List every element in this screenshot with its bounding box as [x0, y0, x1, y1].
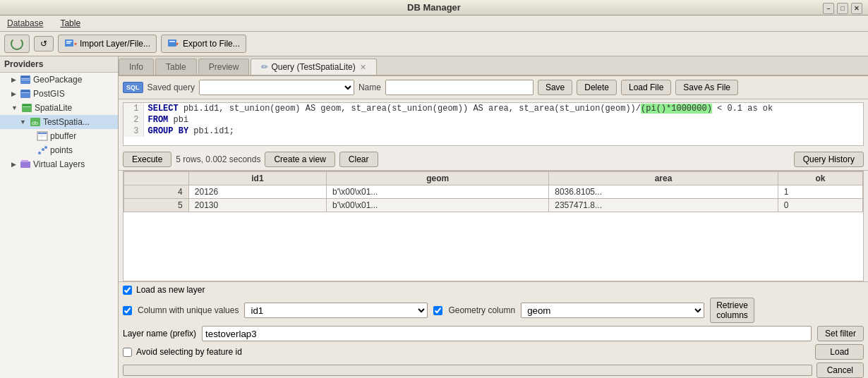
pbuffer-label: pbuffer [50, 131, 76, 141]
svg-text:db: db [32, 120, 38, 126]
geometry-column-select[interactable]: geom [521, 303, 704, 318]
execute-bar: Execute 5 rows, 0.002 seconds Create a v… [119, 149, 868, 171]
load-button[interactable]: Load [815, 344, 864, 360]
refresh-button[interactable] [4, 35, 30, 53]
sidebar-item-spatialite[interactable]: ▼ SpatiaLite [0, 101, 118, 115]
bottom-options: Load as new layer Column with unique val… [119, 281, 868, 378]
postgis-icon [20, 88, 31, 99]
sidebar-item-geopackage[interactable]: ▶ GeoPackage [0, 73, 118, 87]
sidebar-item-postgis[interactable]: ▶ PostGIS [0, 87, 118, 101]
menu-bar: Database Table [0, 16, 868, 32]
load-as-new-layer-checkbox[interactable] [123, 286, 132, 295]
spatialite-label: SpatiaLite [35, 103, 72, 113]
tab-preview[interactable]: Preview [198, 59, 250, 75]
column-unique-select[interactable]: id1 [244, 303, 428, 318]
svg-rect-12 [21, 90, 30, 92]
clear-button[interactable]: Clear [339, 152, 378, 167]
svg-rect-1 [66, 41, 72, 42]
save-as-file-button[interactable]: Save As File [675, 80, 738, 95]
cell-geom-1: b'\x00\x01... [327, 185, 549, 199]
import-label: Import Layer/File... [80, 39, 150, 49]
layer-name-row: Layer name (prefix) Set filter [123, 326, 864, 341]
tab-close-icon[interactable]: ✕ [360, 63, 366, 71]
window-controls: – □ ✕ [823, 3, 862, 14]
testspatia-label: TestSpatia... [43, 117, 90, 127]
results-area[interactable]: id1 geom area ok 4 20126 b'\x00\x01... 8… [123, 171, 864, 281]
cell-area-1: 8036.8105... [549, 185, 778, 199]
query-name-input[interactable] [385, 80, 534, 95]
delete-query-button[interactable]: Delete [577, 80, 617, 95]
close-button[interactable]: ✕ [851, 3, 862, 14]
cell-geom-2: b'\x00\x01... [327, 199, 549, 212]
layer-name-label: Layer name (prefix) [123, 329, 196, 339]
svg-rect-4 [168, 39, 176, 47]
tab-table[interactable]: Table [155, 59, 197, 75]
expand-test-icon: ▼ [20, 118, 26, 126]
export-to-file-button[interactable]: Export to File... [161, 35, 246, 53]
cell-ok-1: 1 [778, 185, 862, 199]
create-view-button[interactable]: Create a view [265, 152, 334, 167]
execute-button[interactable]: Execute [123, 152, 171, 167]
menu-table[interactable]: Table [56, 17, 85, 30]
query-history-button[interactable]: Query History [794, 152, 864, 167]
avoid-selecting-label: Avoid selecting by feature id [136, 347, 242, 357]
column-unique-label: Column with unique values [138, 305, 239, 315]
geometry-column-checkbox[interactable] [433, 306, 442, 315]
import-icon [64, 37, 77, 50]
expand-spatialite-icon: ▼ [11, 104, 18, 111]
line-num-3: 3 [123, 126, 143, 137]
col-ok[interactable]: ok [778, 172, 862, 185]
testspatia-icon: db [30, 116, 41, 128]
results-header-row: id1 geom area ok [124, 172, 863, 185]
tabs-bar: Info Table Preview ✏Query (TestSpatiaLit… [119, 56, 868, 76]
code-line-1: 1 SELECT pbi.id1, st_union(geom) AS geom… [123, 103, 863, 114]
table-row: 4 20126 b'\x00\x01... 8036.8105... 1 [124, 185, 863, 199]
row-num-2: 5 [124, 199, 189, 212]
sidebar-item-testspatia[interactable]: ▼ db TestSpatia... [0, 115, 118, 129]
avoid-selecting-checkbox[interactable] [123, 348, 132, 357]
svg-rect-15 [23, 104, 31, 106]
save-query-button[interactable]: Save [538, 80, 572, 95]
line-content-2: FROM pbi [143, 114, 863, 126]
export-icon [167, 37, 180, 50]
layer-name-input[interactable] [202, 326, 812, 341]
cell-ok-2: 0 [778, 199, 862, 212]
points-icon [37, 145, 48, 156]
column-unique-checkbox[interactable] [123, 306, 132, 315]
pbuffer-icon [37, 130, 48, 142]
svg-rect-9 [21, 78, 30, 79]
col-geom[interactable]: geom [327, 172, 549, 185]
set-filter-button[interactable]: Set filter [817, 326, 864, 341]
sidebar-item-pbuffer[interactable]: ▶ pbuffer [0, 129, 118, 143]
minimize-button[interactable]: – [823, 3, 834, 14]
results-table: id1 geom area ok 4 20126 b'\x00\x01... 8… [123, 171, 863, 212]
import-layer-button[interactable]: Import Layer/File... [58, 35, 157, 53]
maximize-button[interactable]: □ [837, 3, 848, 14]
virtual-layers-label: Virtual Layers [33, 159, 85, 169]
progress-bar [123, 365, 812, 376]
menu-database[interactable]: Database [3, 17, 47, 30]
sidebar-item-points[interactable]: ▶ points [0, 143, 118, 157]
load-file-button[interactable]: Load File [621, 80, 671, 95]
svg-marker-3 [74, 43, 77, 46]
col-id1[interactable]: id1 [188, 172, 326, 185]
points-label: points [50, 145, 73, 155]
tab-info[interactable]: Info [119, 59, 154, 75]
app-title: DB Manager [407, 2, 461, 13]
main-layout: Providers ▶ GeoPackage ▶ PostGIS ▼ Spati… [0, 56, 868, 378]
geometry-column-label: Geometry column [448, 305, 515, 315]
expand-icon: ▶ [11, 90, 16, 97]
tab-query[interactable]: ✏Query (TestSpatiaLite)✕ [251, 59, 376, 75]
retrieve-columns-button[interactable]: Retrievecolumns [710, 298, 754, 323]
rows-info: 5 rows, 0.002 seconds [176, 154, 260, 164]
providers-header: Providers [0, 56, 118, 73]
cancel-button[interactable]: Cancel [816, 362, 864, 378]
sidebar-item-virtual-layers[interactable]: ▶ Virtual Layers [0, 157, 118, 171]
saved-query-dropdown[interactable] [199, 80, 354, 95]
sql-editor[interactable]: 1 SELECT pbi.id1, st_union(geom) AS geom… [123, 102, 864, 146]
refresh2-button[interactable]: ↺ [34, 36, 54, 51]
svg-point-25 [42, 148, 44, 151]
results-corner [124, 172, 189, 185]
saved-query-label: Saved query [147, 83, 195, 92]
col-area[interactable]: area [549, 172, 778, 185]
